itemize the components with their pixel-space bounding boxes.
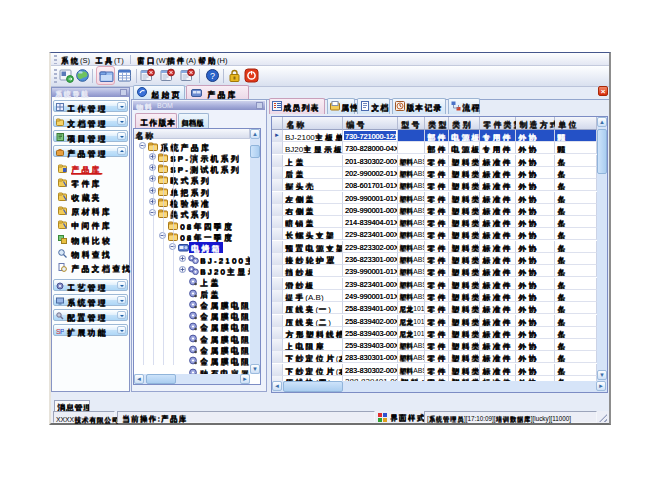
svg-text:P: P [60,328,64,335]
svg-text:?: ? [210,71,215,81]
